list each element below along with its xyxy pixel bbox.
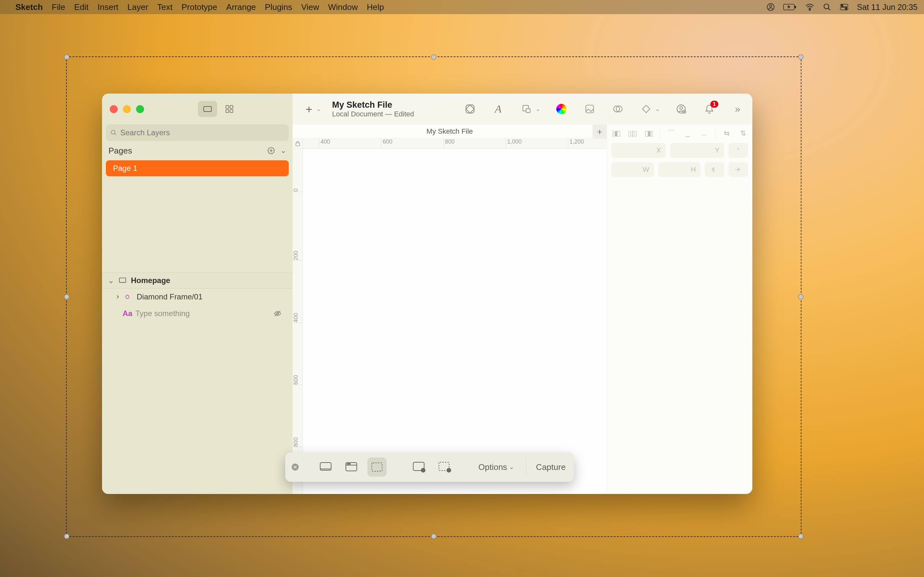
screenshot-options-button[interactable]: Options⌄ bbox=[471, 462, 521, 472]
align-left-icon[interactable]: |◧ bbox=[612, 128, 621, 139]
screenshot-close-icon[interactable] bbox=[291, 463, 299, 471]
menu-text[interactable]: Text bbox=[157, 2, 173, 12]
menu-file[interactable]: File bbox=[52, 2, 65, 12]
resize-handle-br[interactable] bbox=[798, 534, 803, 539]
mask-icon[interactable] bbox=[583, 102, 597, 116]
layer-item-group[interactable]: ⌄ Diamond Frame/01 bbox=[102, 288, 292, 305]
flip-h-icon[interactable] bbox=[705, 162, 724, 177]
capture-screen-icon[interactable] bbox=[316, 458, 335, 477]
layer-label: Diamond Frame/01 bbox=[137, 292, 202, 301]
align-top-icon[interactable]: ⎴ bbox=[667, 128, 676, 139]
battery-icon[interactable] bbox=[783, 3, 796, 11]
menu-insert[interactable]: Insert bbox=[97, 2, 118, 12]
page-item-selected[interactable]: Page 1 bbox=[106, 160, 289, 176]
resize-handle-tm[interactable] bbox=[431, 55, 436, 60]
svg-rect-11 bbox=[226, 105, 229, 108]
text-tool-icon[interactable]: A bbox=[491, 102, 505, 116]
pages-menu-button[interactable]: ⌄ bbox=[280, 147, 286, 155]
menu-window[interactable]: Window bbox=[328, 2, 358, 12]
color-tint-icon[interactable] bbox=[554, 102, 569, 116]
user-icon[interactable] bbox=[766, 3, 775, 11]
sketch-window: ＋⌄ My Sketch File Local Document — Edite… bbox=[102, 93, 752, 494]
record-selection-icon[interactable] bbox=[435, 458, 455, 477]
menu-plugins[interactable]: Plugins bbox=[265, 2, 292, 12]
screenshot-toolbar: Options⌄ Capture bbox=[285, 452, 574, 482]
artboard-name: Homepage bbox=[131, 276, 170, 285]
svg-point-33 bbox=[349, 464, 349, 464]
resize-handle-tr[interactable] bbox=[798, 55, 803, 60]
boolean-icon[interactable] bbox=[611, 102, 625, 116]
menu-edit[interactable]: Edit bbox=[74, 2, 89, 12]
window-zoom-button[interactable] bbox=[136, 105, 144, 113]
x-field[interactable]: X bbox=[612, 143, 666, 158]
ruler-corner-lock-icon[interactable] bbox=[292, 139, 303, 149]
horizontal-ruler[interactable]: 400 600 800 1,000 1,200 bbox=[303, 139, 607, 149]
wifi-icon[interactable] bbox=[805, 3, 814, 11]
search-input[interactable] bbox=[120, 128, 284, 137]
insert-button[interactable]: ＋⌄ bbox=[300, 102, 321, 116]
menubar-app[interactable]: Sketch bbox=[15, 2, 43, 12]
window-close-button[interactable] bbox=[110, 105, 118, 113]
tab-active[interactable]: My Sketch File bbox=[426, 127, 473, 135]
distribute-h-icon[interactable]: ⇆ bbox=[722, 128, 732, 139]
canvas[interactable] bbox=[303, 149, 607, 494]
shape-group-icon bbox=[124, 293, 132, 300]
menu-prototype[interactable]: Prototype bbox=[182, 2, 217, 12]
menu-help[interactable]: Help bbox=[367, 2, 384, 12]
hidden-icon[interactable] bbox=[273, 309, 282, 318]
control-center-icon[interactable] bbox=[840, 3, 849, 11]
svg-point-22 bbox=[680, 107, 683, 110]
resize-handle-bm[interactable] bbox=[431, 534, 436, 539]
align-right-icon[interactable]: ◨| bbox=[644, 128, 654, 139]
h-field[interactable]: H bbox=[658, 162, 701, 177]
ruler-tick: 1,200 bbox=[568, 139, 584, 148]
rotate-field[interactable]: ° bbox=[729, 143, 748, 158]
resize-handle-ml[interactable] bbox=[64, 294, 69, 300]
svg-point-24 bbox=[111, 130, 115, 134]
svg-point-9 bbox=[845, 8, 847, 10]
w-field[interactable]: W bbox=[612, 162, 654, 177]
screenshot-capture-button[interactable]: Capture bbox=[526, 458, 575, 476]
svg-rect-10 bbox=[204, 106, 212, 111]
menu-layer[interactable]: Layer bbox=[128, 2, 148, 12]
toolbar-overflow-icon[interactable]: » bbox=[730, 102, 745, 116]
layer-item-text[interactable]: Aa Type something bbox=[102, 305, 292, 322]
collaborate-icon[interactable] bbox=[674, 102, 688, 116]
shape-tool-button[interactable]: ⌄ bbox=[519, 102, 540, 116]
new-tab-button[interactable]: ＋ bbox=[593, 124, 607, 139]
capture-window-icon[interactable] bbox=[342, 458, 361, 477]
view-layers-button[interactable] bbox=[198, 101, 217, 117]
search-layers[interactable] bbox=[106, 124, 289, 141]
record-screen-icon[interactable] bbox=[410, 458, 429, 477]
align-bottom-icon[interactable]: ⎵ bbox=[699, 128, 709, 139]
notifications-icon[interactable]: 1 bbox=[702, 102, 716, 116]
layers-sidebar: Pages ⌄ Page 1 ⌄ Homepage ⌄ Diamond Fram… bbox=[102, 124, 292, 494]
symbol-tool-button[interactable]: ⌄ bbox=[639, 102, 660, 116]
macos-menubar: Sketch File Edit Insert Layer Text Proto… bbox=[0, 0, 924, 14]
create-symbol-icon[interactable] bbox=[463, 102, 477, 116]
flip-v-icon[interactable] bbox=[729, 162, 748, 177]
y-field[interactable]: Y bbox=[670, 143, 724, 158]
search-icon bbox=[110, 129, 117, 136]
window-minimize-button[interactable] bbox=[123, 105, 131, 113]
align-middle-icon[interactable]: ⎯ bbox=[683, 128, 693, 139]
svg-point-43 bbox=[448, 470, 449, 471]
resize-handle-tl[interactable] bbox=[64, 55, 69, 60]
spotlight-icon[interactable] bbox=[823, 3, 831, 11]
page-label: Page 1 bbox=[113, 164, 137, 173]
distribute-v-icon[interactable]: ⇅ bbox=[738, 128, 748, 139]
vertical-ruler[interactable]: 0 200 400 600 800 bbox=[292, 149, 303, 494]
resize-handle-bl[interactable] bbox=[64, 534, 69, 539]
document-title-block[interactable]: My Sketch File Local Document — Edited bbox=[332, 100, 414, 118]
menu-view[interactable]: View bbox=[301, 2, 319, 12]
view-components-button[interactable] bbox=[220, 101, 239, 117]
resize-handle-mr[interactable] bbox=[798, 294, 803, 300]
align-center-h-icon[interactable]: ▯|▯ bbox=[628, 128, 637, 139]
svg-rect-12 bbox=[230, 105, 233, 108]
menubar-datetime[interactable]: Sat 11 Jun 20:35 bbox=[857, 3, 918, 12]
artboard-row[interactable]: ⌄ Homepage bbox=[102, 272, 292, 288]
svg-point-7 bbox=[842, 5, 843, 6]
menu-arrange[interactable]: Arrange bbox=[226, 2, 256, 12]
add-page-button[interactable] bbox=[267, 147, 275, 155]
capture-selection-icon[interactable] bbox=[367, 458, 387, 477]
